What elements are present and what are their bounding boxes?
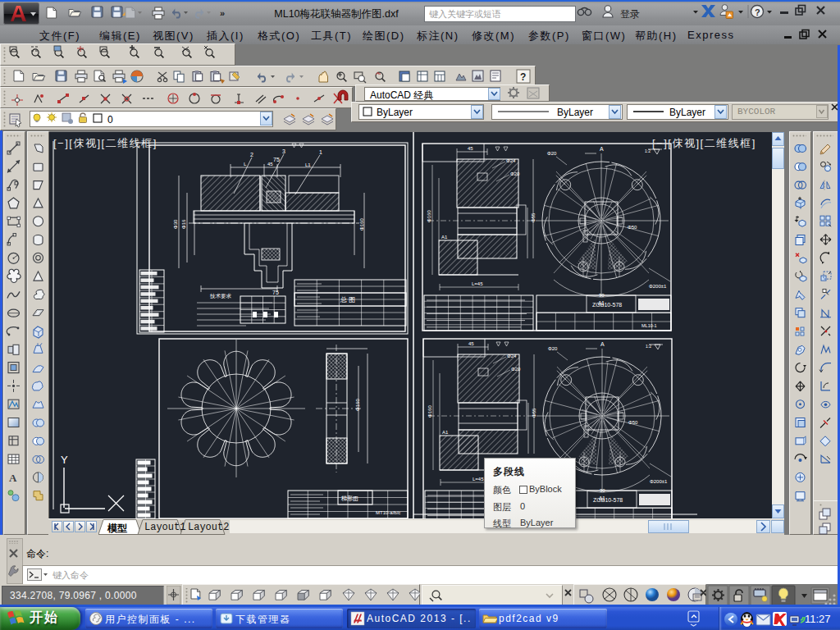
svg-text:MT10-a/b/c: MT10-a/b/c <box>376 510 400 515</box>
svg-text:?: ? <box>520 71 526 83</box>
svg-text:Φ20: Φ20 <box>547 151 557 156</box>
svg-text:45: 45 <box>468 146 473 151</box>
svg-text:A: A <box>600 146 604 152</box>
svg-text:A: A <box>9 472 17 484</box>
svg-text:ByLayer: ByLayer <box>669 107 705 118</box>
svg-text:ML10-1: ML10-1 <box>641 323 657 328</box>
svg-text:?: ? <box>755 7 760 17</box>
svg-text:L=45: L=45 <box>472 281 483 286</box>
svg-text:A1: A1 <box>441 235 448 240</box>
svg-text:75: 75 <box>272 290 279 295</box>
svg-text:»: » <box>220 8 225 18</box>
svg-text:L: L <box>244 162 247 167</box>
svg-text:Φ160: Φ160 <box>359 218 364 231</box>
svg-text:Φ160: Φ160 <box>355 399 360 411</box>
svg-text:75: 75 <box>273 157 280 162</box>
svg-text:Φ160: Φ160 <box>427 210 431 222</box>
svg-text:技术要求: 技术要求 <box>209 293 232 299</box>
svg-text:Φ20: Φ20 <box>510 171 520 176</box>
svg-text:3: 3 <box>282 148 285 154</box>
svg-text:2: 2 <box>250 152 253 158</box>
svg-text:Φ16: Φ16 <box>181 219 186 229</box>
svg-text:Φ30: Φ30 <box>173 219 178 229</box>
svg-text:L1: L1 <box>305 162 311 167</box>
svg-text:梯形图: 梯形图 <box>340 495 358 502</box>
svg-text:Y: Y <box>61 454 68 466</box>
svg-text:Φ50: Φ50 <box>628 225 637 230</box>
svg-text:ByLayer: ByLayer <box>557 107 593 118</box>
svg-text:Φ55: Φ55 <box>531 212 536 222</box>
svg-text:1: 1 <box>319 149 322 155</box>
svg-text:ByLayer: ByLayer <box>377 107 413 118</box>
svg-text:Φ24: Φ24 <box>506 158 516 163</box>
svg-text:Φ200±1: Φ200±1 <box>649 284 667 289</box>
svg-text:ZGB10-578: ZGB10-578 <box>592 302 622 308</box>
svg-text:总 图: 总 图 <box>340 296 355 304</box>
svg-text:1:2: 1:2 <box>645 148 651 153</box>
svg-text:0: 0 <box>107 114 113 126</box>
